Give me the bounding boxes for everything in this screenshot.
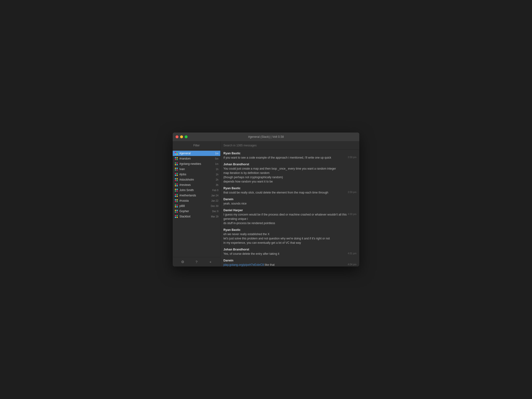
message-line: in my experience, you can eventually get… xyxy=(223,241,356,245)
sidebar-item-label: Gopher xyxy=(179,209,211,213)
add-button[interactable]: + xyxy=(207,259,214,265)
message-body: 4:01 pmYes, of course delete the entry a… xyxy=(223,252,356,256)
sidebar-item-label: #stockholm xyxy=(179,178,215,181)
maximize-button[interactable] xyxy=(185,135,188,138)
sidebar-item-time: 2h xyxy=(216,178,218,181)
app-window: #general (Slack) | Volt 0.58 Filter #gen… xyxy=(173,133,359,266)
message-author: Ryan Bastic xyxy=(223,187,241,190)
message-link[interactable]: play.golang.org/p/pxH7eExbrC8 xyxy=(223,263,264,266)
sidebar-item-john-smith[interactable]: John SmithFeb 9 xyxy=(173,188,220,193)
message-group: Johan Brandhorst4:01 pmYes, of course de… xyxy=(223,248,356,256)
message-line: ds stuff in-process be rendered pointles… xyxy=(223,221,356,225)
message-timestamp: 3:59 pm xyxy=(348,190,356,194)
message-line: yeah, sounds nice xyxy=(223,201,356,206)
sidebar-item-russia[interactable]: #russiaJan 22 xyxy=(173,198,220,203)
message-group: Ryan Basticeh we never really establishe… xyxy=(223,228,356,245)
sidebar-item-label: pl88 xyxy=(179,204,210,208)
sidebar-item-label: #general xyxy=(179,152,214,155)
sidebar-bottom-bar: ⚙?+ xyxy=(173,257,220,266)
message-line: that could be really slick, could delete… xyxy=(223,190,356,195)
settings-button[interactable]: ⚙ xyxy=(179,259,186,265)
message-group: Darwin4:04 pmplay.golang.org/p/pxH7eExbr… xyxy=(223,259,356,266)
message-line: depends how random you want it to be xyxy=(223,179,356,184)
person-icon xyxy=(175,189,178,192)
sidebar-item-slackbot[interactable]: SlackbotMar 29 xyxy=(173,214,220,219)
sidebar-item-time: Dec 9 xyxy=(212,210,218,213)
sidebar-item-reviews[interactable]: #reviews3h xyxy=(173,182,220,188)
titlebar: #general (Slack) | Volt 0.58 xyxy=(173,133,359,141)
sidebar-item-label: #golang-newbies xyxy=(179,162,214,165)
sidebar-item-stockholm[interactable]: #stockholm2h xyxy=(173,177,220,182)
message-body: yeah, sounds nice xyxy=(223,201,356,206)
sidebar-item-label: Ivan xyxy=(179,167,215,171)
message-group: Ryan Bastic3:59 pmthat could be really s… xyxy=(223,187,356,195)
hash-icon xyxy=(175,183,178,187)
message-group: Ryan Bastic3:58 pmif you want to see a c… xyxy=(223,152,356,160)
sidebar-item-jobs[interactable]: #jobs1h xyxy=(173,172,220,177)
message-line: if you want to see a code example of the… xyxy=(223,155,356,160)
hash-icon xyxy=(175,194,178,197)
message-line: Yes, of course delete the entry after ta… xyxy=(223,252,356,256)
sidebar-item-time: Mar 29 xyxy=(211,215,218,218)
message-author: Johan Brandhorst xyxy=(223,163,249,166)
sidebar-item-pl88[interactable]: pl88Dec 30 xyxy=(173,203,220,209)
message-header: Ryan Bastic xyxy=(223,228,356,232)
message-line: I guess my concern would be if the proce… xyxy=(223,212,356,221)
chat-messages-pane[interactable]: Ryan Bastic3:58 pmif you want to see a c… xyxy=(221,150,359,266)
person-icon xyxy=(175,215,178,218)
message-group: Johan BrandhorstYou could just create a … xyxy=(223,163,356,184)
message-text: like that xyxy=(264,263,275,266)
sidebar-item-label: Slackbot xyxy=(179,215,210,218)
hash-icon xyxy=(175,152,178,155)
message-line: eh we never really established the X xyxy=(223,232,356,236)
sidebar-filter-bar: Filter xyxy=(173,141,220,150)
sidebar-item-label: #random xyxy=(179,157,214,160)
hash-icon xyxy=(175,178,178,181)
message-author: Ryan Bastic xyxy=(223,228,241,232)
sidebar-item-random[interactable]: #random5m xyxy=(173,156,220,161)
message-timestamp: 4:00 pm xyxy=(348,212,356,216)
sidebar-item-netherlands[interactable]: #netherlandsJan 24 xyxy=(173,193,220,198)
message-header: Johan Brandhorst xyxy=(223,248,356,251)
message-line: (though perhaps not cryptographically ra… xyxy=(223,175,356,179)
sidebar-item-time: Jan 24 xyxy=(211,194,218,197)
filter-label: Filter xyxy=(193,144,200,147)
help-button[interactable]: ? xyxy=(193,259,200,265)
sidebar-item-time: 1h xyxy=(216,173,218,176)
message-author: Johan Brandhorst xyxy=(223,248,249,251)
sidebar-item-time: 1m xyxy=(215,163,218,165)
window-controls xyxy=(176,135,188,138)
sidebar-item-ivan[interactable]: Ivan1h xyxy=(173,166,220,172)
person-icon xyxy=(175,204,178,208)
sidebar-item-label: #jobs xyxy=(179,173,215,176)
window-title: #general (Slack) | Volt 0.58 xyxy=(248,135,284,139)
message-author: Ryan Bastic xyxy=(223,152,241,155)
minimize-button[interactable] xyxy=(180,135,183,138)
message-timestamp: 4:04 pm xyxy=(348,263,356,266)
sidebar-item-time: 1m xyxy=(215,152,218,155)
sidebar-item-time: Jan 22 xyxy=(211,200,218,202)
close-button[interactable] xyxy=(176,135,178,138)
message-line: map iteration is by definition random xyxy=(223,171,356,175)
sidebar-item-gopher[interactable]: GopherDec 9 xyxy=(173,209,220,214)
sidebar: Filter #general1m#random5m#golang-newbie… xyxy=(173,141,221,266)
message-header: Ryan Bastic xyxy=(223,152,356,155)
hash-icon xyxy=(175,173,178,176)
message-header: Daniel Harper xyxy=(223,209,356,212)
search-input[interactable] xyxy=(223,144,356,147)
sidebar-item-time: 3h xyxy=(216,184,218,186)
main-layout: Filter #general1m#random5m#golang-newbie… xyxy=(173,141,359,266)
sidebar-item-label: John Smith xyxy=(179,189,211,192)
chat-search-bar[interactable] xyxy=(221,141,359,150)
message-header: Ryan Bastic xyxy=(223,187,356,190)
sidebar-item-general[interactable]: #general1m xyxy=(173,151,220,156)
sidebar-item-golang-newbies[interactable]: #golang-newbies1m xyxy=(173,161,220,166)
sidebar-item-time: 5m xyxy=(215,157,218,160)
message-author: Darwin xyxy=(223,259,234,262)
hash-icon xyxy=(175,157,178,160)
message-group: Darwinyeah, sounds nice xyxy=(223,198,356,206)
message-body: 4:00 pmI guess my concern would be if th… xyxy=(223,212,356,225)
sidebar-item-time: Dec 30 xyxy=(211,205,218,207)
message-header: Johan Brandhorst xyxy=(223,163,356,166)
sidebar-item-time: 1h xyxy=(216,168,218,171)
